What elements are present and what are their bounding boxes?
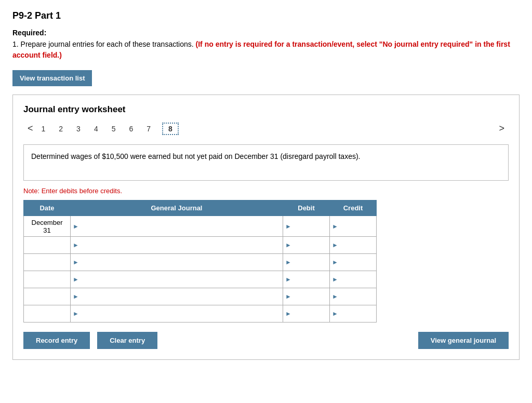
credit-arrow-3: ►: [330, 259, 339, 266]
nav-tab-4[interactable]: 4: [92, 124, 100, 134]
date-cell-4: [24, 271, 71, 288]
row-arrow-4: ►: [71, 276, 80, 283]
journal-input-6[interactable]: [80, 305, 283, 322]
row-arrow-2: ►: [71, 241, 80, 249]
worksheet-title: Journal entry worksheet: [23, 104, 509, 115]
col-journal: General Journal: [71, 200, 283, 216]
record-entry-button[interactable]: Record entry: [23, 332, 90, 349]
credit-cell-6[interactable]: ►: [330, 305, 377, 323]
table-row: December31 ► ► ►: [24, 216, 377, 237]
col-date: Date: [24, 200, 71, 216]
table-header-row: Date General Journal Debit Credit: [24, 200, 377, 216]
credit-cell-1[interactable]: ►: [330, 216, 377, 237]
row-arrow-6: ►: [71, 310, 80, 317]
page-title: P9-2 Part 1: [12, 10, 520, 21]
view-transaction-button[interactable]: View transaction list: [12, 70, 92, 86]
table-row: ► ► ►: [24, 288, 377, 305]
nav-tab-3[interactable]: 3: [74, 124, 83, 134]
nav-tab-6[interactable]: 6: [127, 124, 136, 134]
nav-tab-5[interactable]: 5: [110, 124, 118, 134]
date-cell-2: [24, 237, 71, 254]
journal-cell-2[interactable]: ►: [71, 237, 283, 254]
debit-input-5[interactable]: [292, 288, 329, 305]
instructions: 1. Prepare journal entries for each of t…: [12, 39, 520, 61]
view-general-journal-button[interactable]: View general journal: [418, 332, 509, 349]
worksheet-box: Journal entry worksheet < 1 2 3 4 5 6 7 …: [12, 95, 520, 360]
table-row: ► ► ►: [24, 254, 377, 271]
debit-input-3[interactable]: [292, 254, 329, 271]
credit-input-5[interactable]: [339, 288, 376, 305]
credit-input-4[interactable]: [339, 271, 376, 288]
credit-input-1[interactable]: [339, 218, 376, 235]
debit-arrow-5: ►: [283, 293, 292, 300]
debit-arrow-1: ►: [283, 223, 292, 230]
journal-input-5[interactable]: [80, 288, 283, 305]
debit-cell-5[interactable]: ►: [283, 288, 330, 305]
journal-input-2[interactable]: [80, 237, 283, 253]
required-label: Required:: [12, 29, 520, 37]
journal-input-4[interactable]: [80, 271, 283, 288]
debit-input-2[interactable]: [292, 237, 329, 253]
instructions-plain: 1. Prepare journal entries for each of t…: [12, 40, 194, 48]
debit-arrow-2: ►: [283, 241, 292, 249]
nav-tab-8[interactable]: 8: [162, 123, 179, 135]
debit-arrow-3: ►: [283, 259, 292, 266]
credit-input-6[interactable]: [339, 305, 376, 322]
nav-tabs: 1 2 3 4 5 6 7 8: [37, 123, 495, 135]
row-arrow-1: ►: [71, 223, 80, 230]
debit-input-6[interactable]: [292, 305, 329, 322]
nav-tab-1[interactable]: 1: [39, 124, 48, 134]
debit-input-1[interactable]: [292, 218, 329, 235]
journal-cell-4[interactable]: ►: [71, 271, 283, 288]
date-cell-5: [24, 288, 71, 305]
credit-input-2[interactable]: [339, 237, 376, 253]
nav-row: < 1 2 3 4 5 6 7 8 >: [23, 122, 509, 135]
credit-arrow-6: ►: [330, 310, 339, 317]
journal-cell-1[interactable]: ►: [71, 216, 283, 237]
journal-input-1[interactable]: [80, 218, 283, 235]
credit-arrow-1: ►: [330, 223, 339, 230]
credit-arrow-2: ►: [330, 241, 339, 249]
note-text: Note: Enter debits before credits.: [23, 187, 509, 195]
debit-cell-1[interactable]: ►: [283, 216, 330, 237]
row-arrow-3: ►: [71, 259, 80, 266]
scenario-box: Determined wages of $10,500 were earned …: [23, 144, 509, 181]
clear-entry-button[interactable]: Clear entry: [97, 332, 157, 349]
col-credit: Credit: [330, 200, 377, 216]
table-row: ► ► ►: [24, 271, 377, 288]
journal-cell-6[interactable]: ►: [71, 305, 283, 323]
credit-arrow-5: ►: [330, 293, 339, 300]
debit-cell-6[interactable]: ►: [283, 305, 330, 323]
debit-cell-3[interactable]: ►: [283, 254, 330, 271]
debit-arrow-4: ►: [283, 276, 292, 283]
debit-cell-2[interactable]: ►: [283, 237, 330, 254]
nav-tab-7[interactable]: 7: [144, 124, 153, 134]
journal-cell-3[interactable]: ►: [71, 254, 283, 271]
journal-input-3[interactable]: [80, 254, 283, 271]
credit-cell-3[interactable]: ►: [330, 254, 377, 271]
row-arrow-5: ►: [71, 293, 80, 300]
credit-arrow-4: ►: [330, 276, 339, 283]
debit-arrow-6: ►: [283, 310, 292, 317]
debit-cell-4[interactable]: ►: [283, 271, 330, 288]
nav-prev-button[interactable]: <: [23, 122, 37, 135]
date-cell-1: December31: [24, 216, 71, 237]
date-cell-6: [24, 305, 71, 323]
journal-table: Date General Journal Debit Credit Decemb…: [23, 200, 377, 323]
col-debit: Debit: [283, 200, 330, 216]
table-row: ► ► ►: [24, 305, 377, 323]
credit-cell-4[interactable]: ►: [330, 271, 377, 288]
credit-cell-2[interactable]: ►: [330, 237, 377, 254]
bottom-buttons: Record entry Clear entry View general jo…: [23, 332, 509, 349]
debit-input-4[interactable]: [292, 271, 329, 288]
journal-cell-5[interactable]: ►: [71, 288, 283, 305]
credit-input-3[interactable]: [339, 254, 376, 271]
nav-tab-2[interactable]: 2: [57, 124, 65, 134]
credit-cell-5[interactable]: ►: [330, 288, 377, 305]
table-row: ► ► ►: [24, 237, 377, 254]
nav-next-button[interactable]: >: [495, 122, 509, 135]
date-cell-3: [24, 254, 71, 271]
